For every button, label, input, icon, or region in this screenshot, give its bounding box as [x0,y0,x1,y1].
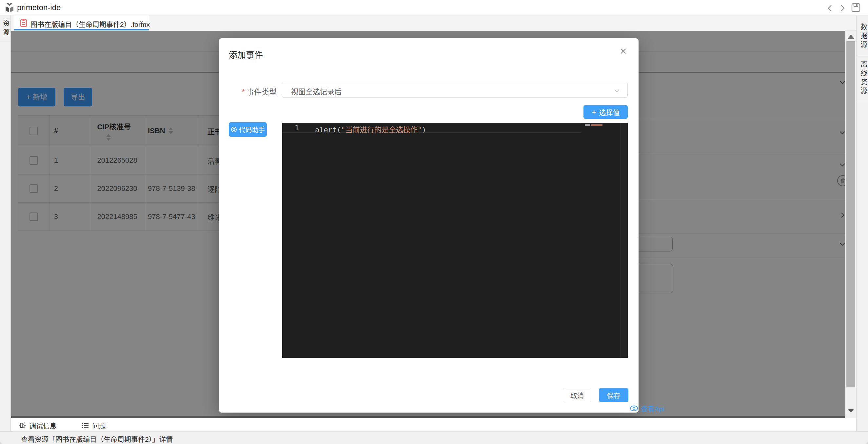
sidebar-item-offline-resources[interactable]: 离线资源 [857,56,868,102]
cancel-button[interactable]: 取消 [563,388,591,402]
select-value-button[interactable]: + 选择值 [584,105,628,119]
code-assistant-button[interactable]: 代码助手 [229,122,267,137]
problems-label: 问题 [92,420,106,430]
view-api-link[interactable]: 查看Api [629,403,664,413]
minimap-code-mark [591,124,602,126]
app-window: primeton-ide 资源 数据源 离线资源 图书在版编目（ [0,0,868,444]
add-event-dialog: 添加事件 ✕ *事件类型 视图全选记录后 + 选择值 代码助手 1 alert(… [219,38,639,413]
debug-bar: 调试信息 问题 [11,418,856,431]
chevron-down-icon [613,87,621,94]
title-bar: primeton-ide [0,0,868,15]
eye-icon [629,405,639,412]
problems-item[interactable]: 问题 [81,420,106,430]
status-bar: 查看资源「图书在版编目（生命周期事件2）」详情 [0,431,868,444]
scrollbar-thumb[interactable] [846,41,855,387]
dialog-close-icon[interactable]: ✕ [620,46,627,57]
right-sidebar: 数据源 离线资源 [856,15,868,431]
debug-info-label: 调试信息 [29,420,57,430]
primeton-logo-icon [4,3,15,13]
save-button[interactable]: 保存 [599,388,628,402]
event-type-label: *事件类型 [219,86,277,97]
dialog-title: 添加事件 [229,48,263,60]
sidebar-item-resources[interactable]: 资源 [0,19,11,42]
tab-label: 图书在版编目（生命周期事件2）.formx [30,19,150,29]
problems-list-icon [81,421,89,429]
form-file-icon [20,19,27,27]
sidebar-item-datasource[interactable]: 数据源 [857,15,868,56]
scroll-down-arrow[interactable] [848,409,854,413]
nav-forward-icon[interactable] [839,4,846,12]
required-asterisk: * [242,88,245,96]
tab-close-icon[interactable]: × [139,18,144,27]
status-text: 查看资源「图书在版编目（生命周期事件2）」详情 [21,434,173,444]
code-line: alert("当前进行的是全选操作") [315,124,426,134]
minimap-code-mark [585,124,590,126]
code-editor[interactable]: 1 alert("当前进行的是全选操作") [282,123,628,358]
scroll-up-arrow[interactable] [848,35,854,39]
code-assistant-icon [231,126,237,133]
event-type-select[interactable]: 视图全选记录后 [282,82,628,98]
tab-active-underline [14,29,149,30]
editor-minimap[interactable] [584,123,621,358]
plus-icon: + [592,108,597,116]
line-number: 1 [295,124,299,132]
debug-info-item[interactable]: 调试信息 [18,420,57,430]
event-type-value: 视图全选记录后 [291,86,342,96]
vertical-scrollbar[interactable] [845,30,856,418]
nav-back-icon[interactable] [827,4,833,12]
debug-bug-icon [18,421,26,429]
app-title: primeton-ide [17,3,61,12]
editor-scrollbar-track[interactable] [621,123,628,358]
save-icon[interactable] [851,3,861,12]
tab-bar: 图书在版编目（生命周期事件2）.formx × [11,15,856,30]
view-api-label: 查看Api [641,403,664,413]
left-sidebar: 资源 [0,15,11,431]
tab-form-file[interactable]: 图书在版编目（生命周期事件2）.formx × [14,15,149,30]
